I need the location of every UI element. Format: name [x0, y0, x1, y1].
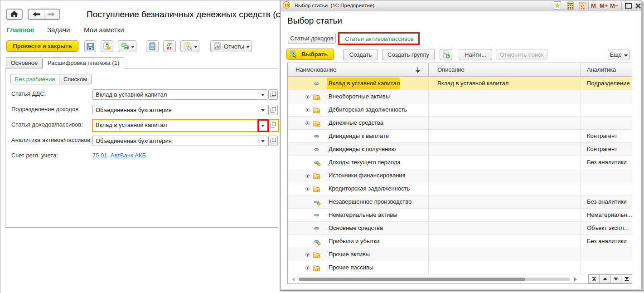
- svg-text:31: 31: [580, 5, 586, 10]
